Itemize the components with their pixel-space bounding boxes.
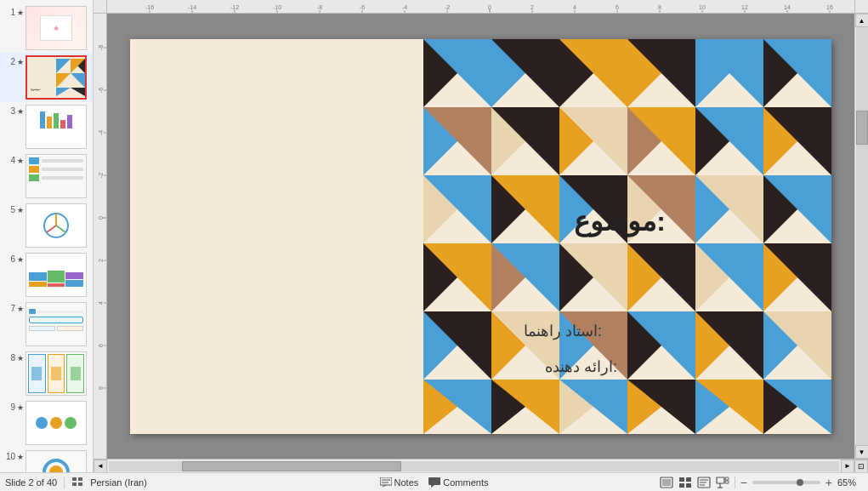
h-scroll-track[interactable] — [109, 461, 839, 471]
svg-rect-148 — [686, 477, 691, 482]
status-left: Slide 2 of 40 Persian (Iran) — [5, 477, 660, 488]
svg-text:-8: -8 — [98, 45, 104, 50]
svg-text:-4: -4 — [402, 4, 407, 10]
slide-thumb-10[interactable]: 10 ★ — [0, 448, 93, 472]
resize-handle: ⊡ — [854, 460, 868, 473]
scroll-track[interactable] — [856, 27, 868, 445]
comments-icon — [428, 477, 440, 488]
svg-rect-138 — [78, 482, 82, 486]
grid-view-icon[interactable] — [678, 477, 692, 488]
divider-1 — [64, 477, 65, 488]
svg-text:12: 12 — [741, 4, 748, 10]
slide-thumb-2[interactable]: 2 ★ :موضوع — [0, 53, 93, 102]
svg-text:-12: -12 — [230, 4, 239, 10]
thumb-star-10: ★ — [17, 450, 26, 464]
slide-thumb-3[interactable]: 3 ★ — [0, 102, 93, 151]
h-scroll-thumb — [182, 461, 401, 471]
presenter-view-icon[interactable] — [716, 477, 729, 488]
thumb-img-10 — [26, 450, 87, 472]
thumb-star-7: ★ — [17, 302, 26, 316]
slide-panel: 1 ★ 🌸 2 ★ — [0, 0, 94, 472]
status-center: Notes Comments — [380, 477, 489, 488]
thumb-star-5: ★ — [17, 203, 26, 217]
divider-2 — [735, 477, 735, 488]
ruler-content: -16 -14 -12 -10 -8 -6 -4 -2 0 — [107, 0, 854, 13]
right-scrollbar: ▲ ▼ — [854, 14, 868, 459]
notes-button[interactable]: Notes — [380, 477, 419, 488]
geo-pattern — [423, 39, 831, 434]
svg-text:6: 6 — [616, 4, 619, 10]
thumb-num-10: 10 — [3, 450, 15, 464]
thumb-num-4: 4 — [3, 154, 15, 168]
svg-text:-10: -10 — [273, 4, 281, 10]
svg-text:2: 2 — [530, 4, 534, 10]
svg-text:4: 4 — [98, 301, 104, 305]
slide-viewport: -8 -6 -4 -2 0 2 4 6 8 — [94, 14, 868, 459]
top-ruler: -16 -14 -12 -10 -8 -6 -4 -2 0 — [94, 0, 868, 14]
thumb-num-8: 8 — [3, 351, 15, 365]
svg-text:2: 2 — [98, 259, 104, 262]
zoom-slider[interactable] — [752, 481, 820, 484]
thumb-img-6 — [26, 253, 87, 297]
main-area: 1 ★ 🌸 2 ★ — [0, 0, 868, 472]
svg-rect-143 — [428, 477, 440, 485]
thumb-star-8: ★ — [17, 351, 26, 365]
svg-rect-136 — [78, 477, 82, 481]
svg-text:14: 14 — [784, 4, 791, 10]
svg-text:-6: -6 — [360, 4, 365, 10]
thumb-star-2: ★ — [17, 55, 26, 69]
zoom-plus-button[interactable]: + — [825, 476, 832, 489]
slide-thumb-5[interactable]: 5 ★ — [0, 201, 93, 250]
svg-rect-135 — [72, 477, 77, 481]
thumb-star-4: ★ — [17, 154, 26, 168]
slide-canvas-container: :موضوع :استاد راهنما :ارائه دهنده — [107, 14, 854, 459]
svg-text:-6: -6 — [98, 88, 104, 93]
scroll-up-button[interactable]: ▲ — [855, 14, 869, 27]
status-right: − + 65% — [660, 476, 863, 489]
thumb-star-3: ★ — [17, 105, 26, 118]
svg-marker-5 — [56, 88, 71, 96]
svg-marker-3 — [56, 73, 71, 88]
thumb-num-7: 7 — [3, 302, 15, 316]
thumb-num-6: 6 — [3, 253, 15, 266]
svg-text:8: 8 — [98, 386, 104, 390]
scroll-right-button[interactable]: ► — [841, 460, 854, 473]
thumb-star-9: ★ — [17, 401, 26, 414]
svg-text:4: 4 — [573, 4, 576, 10]
svg-rect-146 — [662, 479, 671, 486]
slide-thumb-4[interactable]: 4 ★ — [0, 151, 93, 201]
bottom-scrollbar: ◄ ► ⊡ — [94, 459, 868, 472]
slide-thumb-6[interactable]: 6 ★ — [0, 250, 93, 300]
svg-text:10: 10 — [699, 4, 706, 10]
language-label: Persian (Iran) — [90, 477, 147, 488]
thumb-img-8 — [26, 351, 87, 396]
comments-button[interactable]: Comments — [428, 477, 488, 488]
slide-thumb-9[interactable]: 9 ★ — [0, 398, 93, 448]
zoom-slider-thumb — [797, 479, 803, 486]
thumb-img-1: 🌸 — [26, 6, 87, 50]
svg-text:-8: -8 — [317, 4, 322, 10]
svg-marker-6 — [71, 88, 85, 96]
svg-text:-2: -2 — [98, 173, 104, 178]
thumb-img-7 — [26, 302, 87, 346]
scroll-down-button[interactable]: ▼ — [855, 445, 869, 459]
svg-rect-149 — [679, 483, 684, 488]
thumb-num-9: 9 — [3, 401, 15, 414]
slide-info: Slide 2 of 40 — [5, 477, 57, 488]
thumb-img-3 — [26, 105, 87, 149]
thumb-num-3: 3 — [3, 105, 15, 118]
svg-rect-156 — [725, 477, 729, 480]
slide-thumb-7[interactable]: 7 ★ — [0, 300, 93, 349]
scroll-left-button[interactable]: ◄ — [94, 460, 107, 473]
notes-icon — [380, 477, 392, 488]
zoom-minus-button[interactable]: − — [740, 476, 747, 489]
svg-text:16: 16 — [826, 4, 833, 10]
normal-view-icon[interactable] — [660, 477, 673, 488]
slide-thumb-8[interactable]: 8 ★ — [0, 349, 93, 398]
slide-thumb-1[interactable]: 1 ★ 🌸 — [0, 3, 93, 53]
thumbnail-view-icon — [71, 477, 83, 488]
svg-text:8: 8 — [658, 4, 661, 10]
svg-text:6: 6 — [98, 344, 104, 347]
svg-rect-137 — [72, 482, 77, 486]
outline-view-icon[interactable] — [697, 477, 711, 488]
